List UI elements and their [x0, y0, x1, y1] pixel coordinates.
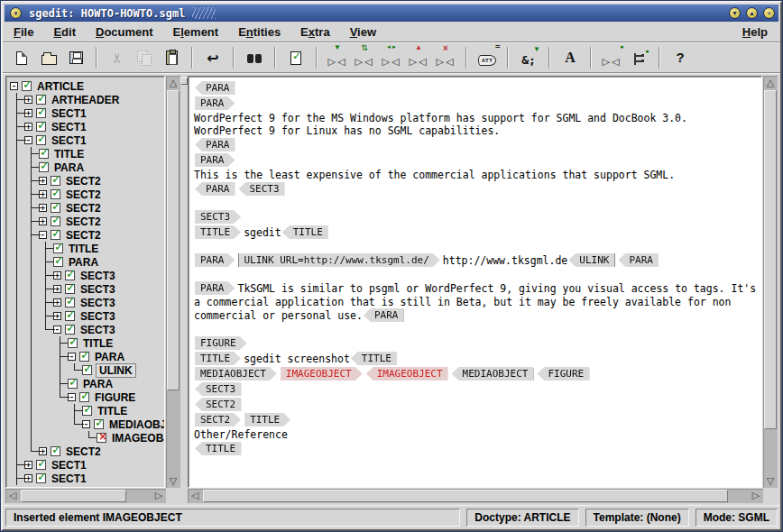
tree-node-sect2[interactable]: +SECT2	[10, 188, 164, 201]
menu-edit[interactable]: Edit	[53, 25, 76, 39]
scroll-thumb[interactable]	[203, 490, 728, 502]
insert-child-element-button[interactable]	[324, 45, 351, 70]
tree-node-label[interactable]: SECT2	[64, 202, 103, 215]
open-tag-title[interactable]: TITLE	[195, 352, 241, 365]
content-vertical-scrollbar[interactable]: △ ▽	[763, 76, 778, 488]
title-bar[interactable]: ▾ sgedit: HOWTO-HOWTO.sgml ▼ ▲ ×	[5, 5, 778, 22]
open-tag-imageobject[interactable]: IMAGEOBJECT	[281, 367, 363, 381]
scroll-track[interactable]	[763, 89, 778, 474]
close-tag-figure[interactable]: FIGURE	[537, 367, 589, 381]
insert-entity-button[interactable]	[515, 45, 542, 70]
tree-node-label[interactable]: SECT1	[50, 121, 88, 133]
close-tag-para[interactable]: PARA	[364, 308, 404, 322]
tree-horizontal-scrollbar[interactable]: ◁ ▷	[5, 489, 166, 503]
text-run[interactable]: Other/Reference	[194, 428, 288, 441]
tree-node-mediaobject[interactable]: -MEDIAOBJECT	[10, 417, 164, 431]
scroll-thumb[interactable]	[167, 90, 180, 390]
close-tag-para[interactable]: PARA	[195, 138, 235, 151]
tree-node-label[interactable]: IMAGEOBJECT	[110, 432, 165, 445]
tree-node-label[interactable]: SECT1	[50, 472, 88, 485]
close-tag-para[interactable]: PARA	[195, 81, 235, 95]
element-tree-button[interactable]	[625, 45, 652, 70]
tree-node-label[interactable]: SECT1	[50, 107, 88, 120]
open-tag-para[interactable]: PARA	[195, 153, 235, 167]
text-run[interactable]: sgedit screenshot	[244, 353, 350, 365]
remove-element-button[interactable]	[432, 45, 459, 70]
tree-node-title[interactable]: TITLE	[10, 404, 164, 417]
tree-node-title[interactable]: TITLE	[10, 242, 164, 255]
close-tag-para[interactable]: PARA	[195, 182, 235, 196]
tree-node-sect3[interactable]: +SECT3	[10, 296, 164, 309]
tree-node-label[interactable]: SECT3	[78, 297, 117, 309]
open-tag-title[interactable]: TITLE	[244, 413, 290, 427]
tree-node-label[interactable]: SECT3	[78, 270, 117, 282]
tree-node-para[interactable]: PARA	[10, 161, 164, 174]
tree-node-sect3[interactable]: +SECT3	[10, 282, 164, 296]
open-tag-ulink[interactable]: ULINK URL=http://www.tksgml.de/	[239, 253, 440, 267]
tree-node-label[interactable]: SECT1	[50, 459, 88, 472]
tree-vertical-scrollbar[interactable]: △ ▽	[166, 76, 180, 488]
paste-button[interactable]	[158, 45, 185, 70]
scroll-down-arrow[interactable]: ▽	[166, 474, 180, 488]
scroll-track[interactable]	[20, 489, 152, 503]
scroll-thumb[interactable]	[21, 490, 126, 502]
scroll-right-arrow[interactable]: ▷	[749, 489, 763, 502]
scroll-up-arrow[interactable]: △	[763, 76, 778, 89]
promote-element-button[interactable]	[405, 45, 432, 70]
undo-button[interactable]	[199, 45, 226, 70]
tree-node-sect2[interactable]: +SECT2	[10, 445, 164, 458]
open-tag-mediaobject[interactable]: MEDIAOBJECT	[195, 367, 277, 381]
tree-node-sect3[interactable]: -SECT3	[10, 323, 164, 336]
scroll-track[interactable]	[202, 489, 749, 503]
validate-button[interactable]	[282, 45, 309, 70]
tree-node-label[interactable]: SECT2	[64, 216, 103, 228]
tree-node-sect2[interactable]: +SECT2	[10, 201, 164, 215]
open-tag-para[interactable]: PARA	[195, 253, 235, 267]
close-tag-sect3[interactable]: SECT3	[195, 382, 241, 396]
tree-node-sect3[interactable]: +SECT3	[10, 269, 164, 282]
tree-node-label[interactable]: PARA	[93, 351, 126, 363]
edit-attributes-button[interactable]	[474, 45, 501, 70]
tree-node-sect2[interactable]: -SECT2	[10, 228, 164, 242]
scroll-down-arrow[interactable]: ▽	[763, 474, 778, 488]
open-file-button[interactable]	[35, 45, 62, 70]
scroll-right-arrow[interactable]: ▷	[152, 489, 166, 502]
menu-entities[interactable]: Entities	[238, 25, 281, 39]
splitter-sash-handle[interactable]	[180, 78, 188, 85]
tree-node-label[interactable]: SECT1	[50, 134, 88, 147]
open-tag-para[interactable]: PARA	[195, 281, 235, 295]
context-help-button[interactable]	[667, 45, 694, 70]
window-menu-button[interactable]: ▾	[10, 7, 22, 19]
menu-view[interactable]: View	[350, 25, 376, 39]
scroll-left-arrow[interactable]: ◁	[188, 489, 202, 502]
text-run[interactable]: WordPerfect 9 for the MS Windows platfor…	[194, 112, 687, 137]
menu-help[interactable]: Help	[742, 25, 768, 39]
close-tag-imageobject[interactable]: IMAGEOBJECT	[366, 367, 448, 381]
menu-file[interactable]: File	[14, 25, 33, 39]
tree-node-label[interactable]: SECT2	[64, 175, 103, 188]
maximize-button[interactable]: ▲	[746, 7, 758, 19]
tree-node-sect1[interactable]: +SECT1	[10, 458, 164, 472]
close-tag-title[interactable]: TITLE	[195, 442, 241, 455]
tree-node-ulink[interactable]: ULINK	[10, 363, 164, 377]
tree-node-label[interactable]: SECT3	[78, 324, 117, 336]
open-tag-para[interactable]: PARA	[195, 96, 235, 110]
split-element-button[interactable]	[378, 45, 405, 70]
menu-element[interactable]: Element	[173, 25, 219, 39]
new-file-button[interactable]	[8, 45, 35, 70]
tree-node-sect1[interactable]: -SECT1	[10, 133, 164, 147]
scroll-up-arrow[interactable]: △	[166, 76, 180, 89]
panel-splitter[interactable]	[180, 76, 188, 503]
tree-node-sect2[interactable]: +SECT2	[10, 215, 164, 228]
text-run[interactable]: http://www.tksgml.de	[443, 254, 567, 267]
tree-node-title[interactable]: TITLE	[10, 147, 164, 161]
scroll-left-arrow[interactable]: ◁	[5, 489, 20, 502]
tree-node-artheader[interactable]: +ARTHEADER	[10, 93, 164, 106]
menu-document[interactable]: Document	[96, 25, 153, 39]
text-run[interactable]: This is the least expensive of the comme…	[194, 169, 675, 181]
close-tag-sect2[interactable]: SECT2	[195, 398, 241, 411]
close-tag-para[interactable]: PARA	[618, 253, 659, 267]
scroll-track[interactable]	[166, 89, 180, 474]
open-tag-sect3[interactable]: SECT3	[195, 210, 241, 224]
close-tag-title[interactable]: TITLE	[351, 352, 397, 365]
